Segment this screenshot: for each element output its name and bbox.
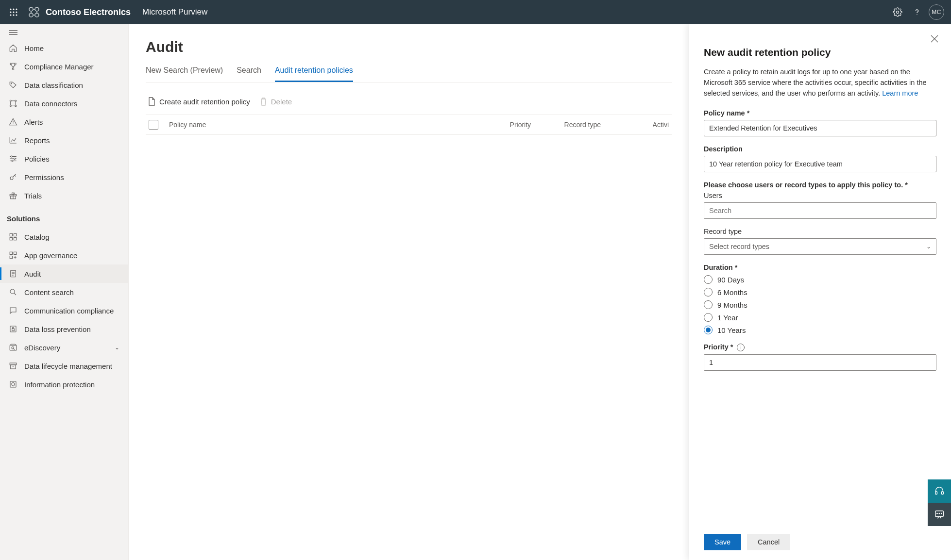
app-launcher-icon[interactable] xyxy=(5,3,22,21)
tag-icon xyxy=(9,81,17,89)
sidebar-item-label: Communication compliance xyxy=(24,307,114,315)
svg-point-1 xyxy=(13,8,14,10)
svg-point-0 xyxy=(10,8,11,10)
record-type-select[interactable]: Select record types ⌄ xyxy=(704,238,936,255)
apps-icon xyxy=(9,251,17,260)
duration-option-1-year[interactable]: 1 Year xyxy=(704,313,936,322)
tab-audit-retention[interactable]: Audit retention policies xyxy=(275,66,353,82)
sidebar-item-label: Alerts xyxy=(24,118,43,126)
description-label: Description xyxy=(704,145,936,153)
toolbar: Create audit retention policy Delete xyxy=(146,93,672,115)
sidebar-item-label: Compliance Manager xyxy=(24,63,94,71)
svg-point-35 xyxy=(10,177,13,180)
policy-name-label: Policy name * xyxy=(704,109,936,117)
duration-option-9-months[interactable]: 9 Months xyxy=(704,300,936,309)
sidebar-item-label: Trials xyxy=(24,192,42,200)
sidebar-item-content-search[interactable]: Content search xyxy=(0,283,128,301)
collapse-nav-icon[interactable] xyxy=(0,30,128,39)
sidebar-item-information-protection[interactable]: Information protection xyxy=(0,375,128,394)
feedback-headset-button[interactable] xyxy=(928,479,951,503)
chevron-down-icon: ⌄ xyxy=(926,243,931,250)
duration-option-90-days[interactable]: 90 Days xyxy=(704,275,936,284)
sidebar: Home Compliance Manager Data classificat… xyxy=(0,24,129,560)
help-icon[interactable] xyxy=(907,2,927,22)
policy-name-input[interactable] xyxy=(704,120,936,136)
sidebar-item-data-loss-prevention[interactable]: Data loss prevention xyxy=(0,320,128,338)
priority-input[interactable] xyxy=(704,354,936,371)
cancel-button[interactable]: Cancel xyxy=(747,534,790,550)
sidebar-item-ediscovery[interactable]: eDiscovery ⌄ xyxy=(0,338,128,357)
svg-point-52 xyxy=(10,289,15,294)
sidebar-item-home[interactable]: Home xyxy=(0,39,128,57)
svg-point-9 xyxy=(29,7,33,11)
sidebar-item-label: Reports xyxy=(24,136,50,145)
sidebar-item-trials[interactable]: Trials xyxy=(0,186,128,205)
sidebar-item-data-connectors[interactable]: Data connectors xyxy=(0,94,128,113)
archive-icon xyxy=(9,362,17,370)
sidebar-item-reports[interactable]: Reports xyxy=(0,131,128,149)
alert-icon xyxy=(9,117,17,126)
svg-point-7 xyxy=(13,14,14,16)
col-record-type[interactable]: Record type xyxy=(564,121,642,129)
product-name: Microsoft Purview xyxy=(142,7,207,17)
chart-icon xyxy=(9,136,17,145)
svg-rect-65 xyxy=(935,492,937,494)
settings-icon[interactable] xyxy=(888,2,907,22)
svg-point-33 xyxy=(14,158,16,160)
sidebar-section-solutions: Solutions xyxy=(0,205,128,228)
create-policy-button[interactable]: Create audit retention policy xyxy=(148,97,250,106)
svg-line-58 xyxy=(14,349,15,350)
sidebar-item-label: Information protection xyxy=(24,380,95,389)
sidebar-item-label: App governance xyxy=(24,251,77,260)
info-icon[interactable]: i xyxy=(737,344,745,351)
shield-icon xyxy=(9,380,17,389)
sidebar-item-label: Policies xyxy=(24,155,50,163)
avatar[interactable]: MC xyxy=(927,2,946,22)
lock-icon xyxy=(9,325,17,333)
svg-point-3 xyxy=(10,11,11,13)
duration-option-label: 90 Days xyxy=(717,276,744,284)
svg-rect-44 xyxy=(14,252,17,254)
duration-label: Duration * xyxy=(704,264,936,271)
col-policy-name[interactable]: Policy name xyxy=(169,121,499,129)
duration-option-6-months[interactable]: 6 Months xyxy=(704,288,936,296)
org-logo-icon xyxy=(25,3,43,21)
give-feedback-button[interactable] xyxy=(928,503,951,526)
flyout-panel: New audit retention policy Create a poli… xyxy=(689,24,951,560)
svg-point-23 xyxy=(10,100,11,101)
record-type-label: Record type xyxy=(704,228,936,235)
sidebar-item-alerts[interactable]: Alerts xyxy=(0,113,128,131)
sidebar-item-data-classification[interactable]: Data classification xyxy=(0,76,128,94)
sidebar-item-app-governance[interactable]: App governance xyxy=(0,246,128,264)
description-input[interactable] xyxy=(704,156,936,172)
svg-point-8 xyxy=(16,14,17,16)
svg-point-5 xyxy=(16,11,17,13)
create-policy-label: Create audit retention policy xyxy=(159,98,250,106)
sidebar-item-compliance-manager[interactable]: Compliance Manager xyxy=(0,57,128,76)
connector-icon xyxy=(9,99,17,108)
save-button[interactable]: Save xyxy=(704,534,741,550)
sidebar-item-catalog[interactable]: Catalog xyxy=(0,228,128,246)
search-icon xyxy=(9,288,17,296)
sidebar-item-communication-compliance[interactable]: Communication compliance xyxy=(0,301,128,320)
select-all-checkbox[interactable] xyxy=(149,120,158,130)
tabs: New Search (Preview) Search Audit retent… xyxy=(146,66,672,82)
sidebar-item-permissions[interactable]: Permissions xyxy=(0,168,128,186)
policies-icon xyxy=(9,154,17,163)
sidebar-item-audit[interactable]: Audit xyxy=(0,264,128,283)
sidebar-item-label: Audit xyxy=(24,270,41,278)
sidebar-item-policies[interactable]: Policies xyxy=(0,149,128,168)
col-activities[interactable]: Activi xyxy=(653,121,669,129)
users-search-input[interactable] xyxy=(704,202,936,219)
sidebar-item-label: Content search xyxy=(24,288,74,296)
svg-rect-41 xyxy=(10,238,12,240)
tab-new-search[interactable]: New Search (Preview) xyxy=(146,66,223,82)
sidebar-item-label: Permissions xyxy=(24,173,64,181)
tab-search[interactable]: Search xyxy=(237,66,261,82)
key-icon xyxy=(9,173,17,181)
duration-option-10-years[interactable]: 10 Years xyxy=(704,326,936,334)
sidebar-item-data-lifecycle[interactable]: Data lifecycle management xyxy=(0,357,128,375)
col-priority[interactable]: Priority xyxy=(510,121,554,129)
learn-more-link[interactable]: Learn more xyxy=(882,89,918,97)
close-icon[interactable] xyxy=(927,31,942,47)
